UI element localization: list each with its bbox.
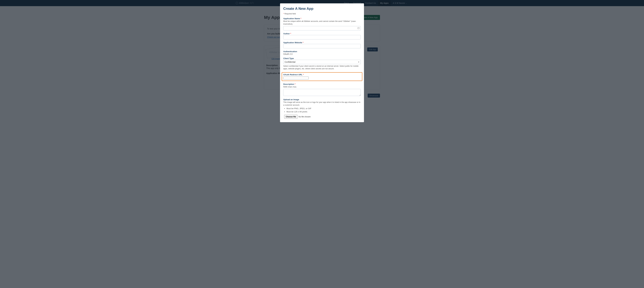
modal-title: Create A New App [283,6,361,11]
app-name-help: Must be unique within all AWeber account… [283,20,361,25]
website-label: Application Website * [283,41,361,44]
website-input[interactable] [283,44,361,48]
auth-value: OAuth 2.0 [283,53,361,55]
description-field-label: Description * [283,83,361,85]
client-type-help: Select confidential if your client secre… [283,65,361,70]
required-note: Required field [284,13,296,15]
app-name-label: Application Name * [283,17,361,20]
auth-label: Authentication [283,50,361,53]
author-label: Author * [283,32,361,35]
client-type-select[interactable]: Confidential [283,60,361,64]
author-input[interactable] [283,35,361,39]
create-app-modal: Create A New App * Required field Applic… [280,3,364,101]
app-name-input[interactable] [283,26,361,30]
client-type-label: Client Type [283,57,361,59]
redirect-input[interactable] [283,77,309,79]
modal-overlay: Create A New App * Required field Applic… [0,0,644,101]
upload-label: Upload an Image [283,98,361,101]
description-textarea[interactable] [283,89,361,96]
redirect-label: OAuth Redirect URL * [283,74,361,76]
description-help: 5000 chars max. [283,86,361,88]
svg-rect-1 [358,27,360,29]
autofill-icon [358,27,360,29]
oauth-redirect-highlight: OAuth Redirect URL * [282,72,362,81]
